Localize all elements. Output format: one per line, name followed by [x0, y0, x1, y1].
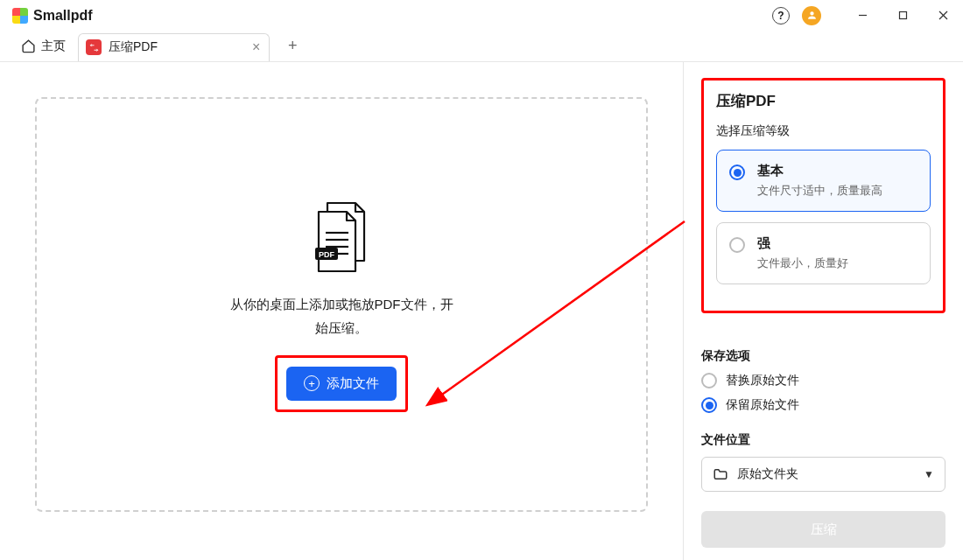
radio-icon: [729, 164, 745, 180]
home-tab-label: 主页: [41, 38, 66, 54]
help-button[interactable]: ?: [772, 7, 790, 24]
save-option-keep[interactable]: 保留原始文件: [701, 397, 945, 413]
location-section-label: 文件位置: [701, 432, 945, 448]
compress-button[interactable]: 压缩: [701, 511, 945, 548]
compression-option-strong[interactable]: 强 文件最小，质量好: [716, 222, 931, 284]
option-desc: 文件尺寸适中，质量最高: [757, 183, 882, 199]
save-option-label: 替换原始文件: [726, 373, 799, 388]
compression-option-basic[interactable]: 基本 文件尺寸适中，质量最高: [716, 150, 931, 212]
annotation-arrow-icon: [413, 213, 693, 414]
svg-line-11: [439, 221, 685, 396]
option-desc: 文件最小，质量好: [757, 256, 848, 271]
pdf-badge-text: PDF: [319, 249, 335, 258]
save-option-label: 保留原始文件: [726, 397, 799, 413]
radio-icon: [701, 373, 717, 388]
panel-subtitle: 选择压缩等级: [716, 123, 931, 139]
window-minimize[interactable]: [842, 0, 882, 31]
folder-icon: [713, 466, 728, 482]
location-value: 原始文件夹: [737, 466, 798, 482]
location-select[interactable]: 原始文件夹 ▼: [701, 457, 945, 492]
panel-title: 压缩PDF: [716, 91, 931, 111]
save-section-label: 保存选项: [701, 348, 945, 364]
tab-close-button[interactable]: ×: [252, 39, 260, 55]
home-icon: [21, 38, 36, 53]
save-option-replace[interactable]: 替换原始文件: [701, 373, 945, 388]
tab-compress-pdf[interactable]: 压缩PDF ×: [78, 33, 270, 61]
compression-panel-highlight: 压缩PDF 选择压缩等级 基本 文件尺寸适中，质量最高 强 文件最小，质量好: [701, 78, 945, 313]
option-title: 强: [757, 235, 848, 252]
app-logo: Smallpdf: [12, 8, 93, 24]
caret-down-icon: ▼: [924, 468, 934, 480]
add-file-button[interactable]: + 添加文件: [286, 367, 397, 401]
pdf-document-icon: PDF: [306, 198, 376, 276]
window-maximize[interactable]: [882, 0, 923, 31]
logo-icon: [12, 8, 28, 24]
file-dropzone[interactable]: PDF 从你的桌面上添加或拖放PDF文件，开 始压缩。 + 添加文件: [35, 97, 648, 512]
window-close[interactable]: [923, 0, 963, 31]
dropzone-text: 从你的桌面上添加或拖放PDF文件，开 始压缩。: [230, 292, 453, 340]
radio-icon: [701, 397, 717, 413]
plus-icon: +: [304, 375, 320, 391]
svg-rect-1: [899, 12, 906, 19]
option-title: 基本: [757, 163, 882, 179]
add-file-highlight: + 添加文件: [275, 355, 408, 412]
account-avatar[interactable]: [802, 6, 821, 25]
app-name: Smallpdf: [33, 8, 93, 24]
new-tab-button[interactable]: +: [278, 32, 306, 60]
radio-icon: [729, 237, 745, 253]
add-file-label: 添加文件: [327, 375, 379, 392]
compress-icon: [86, 39, 102, 55]
user-icon: [806, 10, 818, 21]
tab-label: 压缩PDF: [109, 39, 158, 55]
home-tab[interactable]: 主页: [12, 32, 74, 60]
